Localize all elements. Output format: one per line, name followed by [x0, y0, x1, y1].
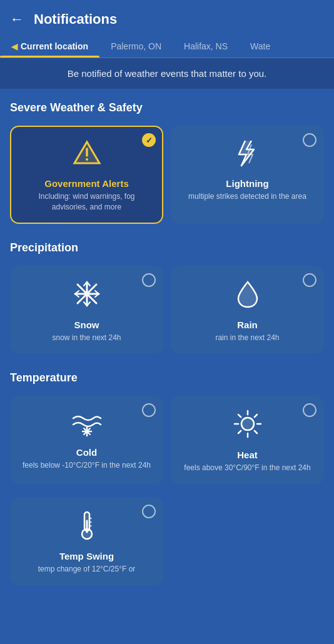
heat-icon: [232, 408, 263, 445]
temperature-title: Temperature: [10, 371, 324, 385]
heat-label: Heat: [237, 450, 258, 460]
temp-swing-label: Temp Swing: [59, 551, 114, 561]
page-title: Notifications: [34, 11, 117, 28]
govt-alerts-desc: Including: wind warnings, fog advisories…: [20, 191, 153, 213]
banner-text: Be notified of weather events that matte…: [68, 68, 267, 79]
alert-icon: [72, 138, 102, 173]
lightning-card[interactable]: Lightning multiple strikes detected in t…: [171, 126, 324, 224]
rain-radio[interactable]: [303, 273, 316, 287]
cold-label: Cold: [76, 447, 97, 458]
severe-weather-cards: Government Alerts Including: wind warnin…: [0, 126, 334, 229]
rain-label: Rain: [237, 319, 258, 330]
cold-radio[interactable]: [142, 403, 156, 417]
tab-palermo-label: Palermo, ON: [111, 41, 161, 51]
tab-bar: ◀ Current location Palermo, ON Halifax, …: [0, 35, 334, 58]
svg-line-25: [254, 431, 256, 433]
rain-icon: [232, 278, 263, 314]
severe-weather-section: Severe Weather & Safety: [0, 89, 334, 126]
temp-swing-cards: Temp Swing temp change of 12°C/25°F or: [0, 497, 334, 591]
tab-halifax-label: Halifax, NS: [184, 41, 228, 51]
tab-palermo[interactable]: Palermo, ON: [99, 35, 173, 58]
snow-radio[interactable]: [142, 273, 156, 287]
severe-weather-title: Severe Weather & Safety: [10, 101, 324, 114]
svg-point-19: [241, 418, 254, 430]
govt-alerts-radio[interactable]: [142, 133, 156, 147]
snow-icon: [71, 278, 103, 314]
cold-icon: [71, 408, 103, 442]
svg-line-27: [238, 431, 241, 433]
heat-radio[interactable]: [303, 403, 316, 417]
tab-water[interactable]: Wate: [239, 35, 281, 58]
precipitation-cards: Snow snow in the next 24h Rain rain in t…: [0, 266, 334, 360]
snow-desc: snow in the next 24h: [52, 333, 121, 343]
lightning-icon: [233, 138, 263, 173]
temp-swing-desc: temp change of 12°C/25°F or: [38, 564, 136, 575]
svg-line-26: [254, 415, 256, 417]
svg-line-24: [238, 415, 241, 417]
svg-point-2: [86, 158, 88, 161]
lightning-radio[interactable]: [303, 133, 316, 147]
cold-desc: feels below -10°C/20°F in the next 24h: [23, 460, 151, 471]
tab-water-label: Wate: [250, 41, 270, 51]
govt-alerts-card[interactable]: Government Alerts Including: wind warnin…: [10, 126, 163, 224]
heat-desc: feels above 30°C/90°F in the next 24h: [184, 463, 310, 473]
temp-swing-radio[interactable]: [142, 505, 156, 518]
location-icon: ◀: [11, 42, 18, 51]
govt-alerts-label: Government Alerts: [44, 178, 128, 189]
lightning-label: Lightning: [226, 178, 268, 189]
thermometer-icon: [73, 510, 101, 546]
back-button[interactable]: ←: [10, 13, 24, 26]
snow-card[interactable]: Snow snow in the next 24h: [10, 266, 163, 355]
heat-card[interactable]: Heat feels above 30°C/90°F in the next 2…: [171, 396, 324, 485]
rain-card[interactable]: Rain rain in the next 24h: [171, 266, 324, 355]
temp-swing-card[interactable]: Temp Swing temp change of 12°C/25°F or: [10, 497, 163, 586]
header: ← Notifications: [0, 0, 334, 35]
tab-halifax[interactable]: Halifax, NS: [173, 35, 239, 58]
empty-card-placeholder: [171, 497, 324, 586]
tab-current-location[interactable]: ◀ Current location: [0, 35, 99, 58]
snow-label: Snow: [74, 319, 99, 330]
temperature-section: Temperature: [0, 359, 334, 396]
temperature-cards: Cold feels below -10°C/20°F in the next …: [0, 396, 334, 490]
precipitation-title: Precipitation: [10, 241, 324, 254]
notification-banner: Be notified of weather events that matte…: [0, 58, 334, 89]
rain-desc: rain in the next 24h: [215, 333, 279, 343]
tab-current-label: Current location: [21, 41, 88, 51]
cold-card[interactable]: Cold feels below -10°C/20°F in the next …: [10, 396, 163, 485]
lightning-desc: multiple strikes detected in the area: [188, 191, 306, 202]
precipitation-section: Precipitation: [0, 229, 334, 266]
